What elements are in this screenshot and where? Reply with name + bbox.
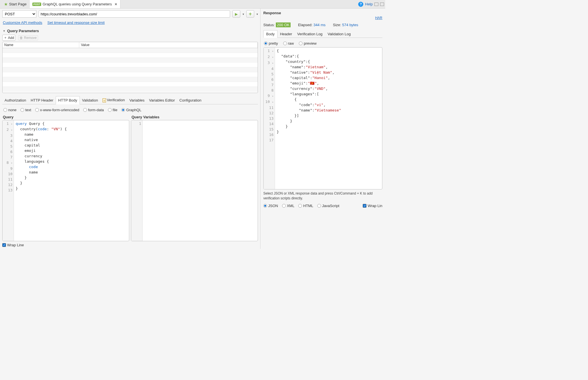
- tab-variables[interactable]: Variables: [127, 96, 147, 104]
- help-icon[interactable]: ?: [358, 2, 363, 7]
- collapse-icon: ▼: [3, 30, 5, 32]
- radio-graphql[interactable]: GraphQL: [121, 108, 141, 112]
- star-icon: ★: [4, 2, 8, 7]
- plus-icon: ＋: [4, 35, 7, 40]
- elapsed-label: Elapsed:: [298, 23, 312, 27]
- table-row[interactable]: [3, 53, 258, 58]
- response-code[interactable]: { "data":{ "country":{ "name":"Vietnam",…: [275, 48, 382, 189]
- wrap-line-label: Wrap Line: [7, 243, 24, 247]
- table-row[interactable]: [3, 72, 258, 77]
- close-icon[interactable]: ✕: [114, 2, 117, 6]
- send-button[interactable]: ▶: [232, 10, 240, 18]
- gutter: 1: [131, 120, 143, 241]
- section-title: Query Parameters: [7, 29, 39, 33]
- size-label: Size:: [333, 23, 341, 27]
- query-code[interactable]: query Query { country(code: "VN") { name…: [14, 120, 129, 241]
- column-value: Value: [79, 42, 258, 48]
- add-request-button[interactable]: +: [246, 10, 254, 18]
- timeout-link[interactable]: Set timeout and response size limit: [47, 20, 105, 25]
- status-label: Status:: [263, 23, 275, 27]
- tab-authorization[interactable]: Authorization: [2, 96, 28, 104]
- script-icon: g: [103, 98, 106, 102]
- tab-body[interactable]: Body: [263, 30, 278, 38]
- customize-api-link[interactable]: Customize API methods: [3, 20, 42, 25]
- top-tab-bar: ★ Start Page POST GraphQL queries using …: [0, 0, 385, 9]
- radio-none[interactable]: none: [3, 108, 16, 112]
- status-value: 200 OK: [276, 22, 291, 27]
- response-editor[interactable]: 1 ▾2 ▾3 ▾4 5 6 7 8 9 ▾10 ▾11 12 13 14 15…: [263, 47, 382, 189]
- remove-param-button: 🗑 Remove: [18, 35, 38, 40]
- query-params-table[interactable]: Name Value: [2, 42, 258, 93]
- help-label[interactable]: Help: [365, 2, 373, 6]
- tab-validation-log[interactable]: Validation Log: [325, 30, 353, 38]
- trash-icon: 🗑: [20, 36, 23, 40]
- http-method-select[interactable]: POST: [2, 10, 36, 18]
- response-title: Response: [263, 11, 382, 15]
- maximize-icon[interactable]: [380, 3, 384, 6]
- gutter: 1 ▾2 ▾3 ▾4 5 6 7 8 9 ▾10 ▾11 12 13 14 15…: [264, 48, 275, 189]
- tab-http-header[interactable]: HTTP Header: [28, 96, 56, 104]
- tab-start-page[interactable]: ★ Start Page: [1, 0, 30, 8]
- tab-verification-log[interactable]: Verification Log: [295, 30, 325, 38]
- elapsed-value: 344 ms: [313, 23, 326, 27]
- tab-verification[interactable]: gVerification: [100, 96, 127, 104]
- tab-configuration[interactable]: Configuration: [177, 96, 204, 104]
- add-dropdown-icon[interactable]: ▾: [257, 13, 258, 16]
- table-row[interactable]: [3, 67, 258, 72]
- response-tabs: Body Header Verification Log Validation …: [263, 30, 382, 38]
- wrap-line-checkbox[interactable]: ✓: [2, 243, 6, 247]
- table-row[interactable]: [3, 77, 258, 82]
- query-params-header[interactable]: ▼ Query Parameters: [3, 29, 257, 33]
- wrap-lines-label: Wrap Lin: [368, 204, 382, 208]
- query-editor[interactable]: 1 ▾2 ▾3 4 5 6 7 8 ▾9 10 11 12 13 query Q…: [2, 120, 129, 241]
- radio-file[interactable]: file: [108, 108, 118, 112]
- tab-label: GraphQL queries using Query Parameters: [43, 2, 112, 6]
- minimize-icon[interactable]: [374, 3, 378, 6]
- add-param-button[interactable]: ＋ Add: [2, 35, 15, 41]
- url-input[interactable]: [39, 10, 230, 18]
- radio-xwww[interactable]: x-www-form-urlencoded: [35, 108, 79, 112]
- tab-label: Start Page: [9, 2, 26, 6]
- har-link[interactable]: HAR: [375, 16, 382, 20]
- tab-validation[interactable]: Validation: [80, 96, 100, 104]
- radio-html[interactable]: HTML: [298, 204, 313, 208]
- send-dropdown-icon[interactable]: ▾: [243, 13, 244, 16]
- radio-text[interactable]: text: [20, 108, 31, 112]
- radio-javascript[interactable]: JavaScript: [317, 204, 339, 208]
- radio-raw[interactable]: raw: [283, 41, 294, 46]
- table-row[interactable]: [3, 63, 258, 67]
- query-label: Query: [3, 115, 129, 119]
- radio-pretty[interactable]: pretty: [264, 41, 278, 46]
- response-hint: Select JSON or XML response data and pre…: [263, 191, 382, 201]
- table-row[interactable]: [3, 48, 258, 53]
- radio-preview[interactable]: preview: [299, 41, 316, 46]
- request-tabs: Authorization HTTP Header HTTP Body Vali…: [2, 96, 258, 104]
- body-type-radios: none text x-www-form-urlencoded form-dat…: [3, 108, 257, 112]
- tab-http-body[interactable]: HTTP Body: [56, 96, 80, 104]
- query-vars-label: Query Variables: [132, 115, 257, 119]
- size-value: 574 bytes: [342, 23, 358, 27]
- wrap-lines-checkbox[interactable]: ✓: [363, 204, 366, 208]
- table-row[interactable]: [3, 82, 258, 87]
- post-badge-icon: POST: [32, 3, 41, 6]
- column-name: Name: [3, 42, 79, 48]
- radio-xml[interactable]: XML: [282, 204, 295, 208]
- tab-variables-editor[interactable]: Variables Editor: [147, 96, 177, 104]
- radio-json[interactable]: JSON: [263, 204, 278, 208]
- table-row[interactable]: [3, 58, 258, 63]
- gutter: 1 ▾2 ▾3 4 5 6 7 8 ▾9 10 11 12 13: [3, 120, 14, 241]
- tab-graphql[interactable]: POST GraphQL queries using Query Paramet…: [30, 0, 120, 8]
- radio-formdata[interactable]: form-data: [83, 108, 104, 112]
- query-vars-editor[interactable]: 1: [131, 120, 258, 241]
- vars-code[interactable]: [143, 120, 258, 241]
- tab-header[interactable]: Header: [278, 30, 295, 38]
- table-row[interactable]: [3, 87, 258, 92]
